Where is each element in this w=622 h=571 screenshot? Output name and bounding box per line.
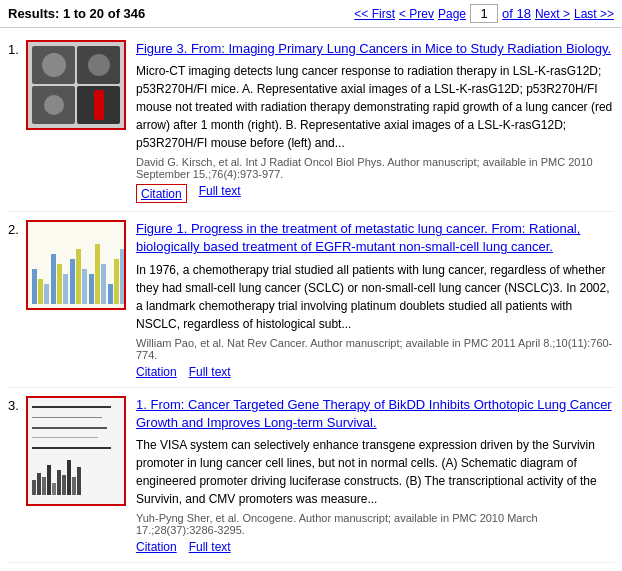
result-links-3: Citation Full text — [136, 540, 614, 554]
result-content-3: 1. From: Cancer Targeted Gene Therapy of… — [136, 396, 614, 554]
citation-link-1[interactable]: Citation — [141, 187, 182, 201]
result-title-3[interactable]: 1. From: Cancer Targeted Gene Therapy of… — [136, 396, 614, 432]
top-bar: Results: 1 to 20 of 346 << First < Prev … — [0, 0, 622, 28]
result-authors-3: Yuh-Pyng Sher, et al. Oncogene. Author m… — [136, 512, 614, 536]
result-title-2[interactable]: Figure 1. Progress in the treatment of m… — [136, 220, 614, 256]
results-count: Results: 1 to 20 of 346 — [8, 6, 145, 21]
result-links-2: Citation Full text — [136, 365, 614, 379]
result-authors-1: David G. Kirsch, et al. Int J Radiat Onc… — [136, 156, 614, 180]
page-label: Page — [438, 7, 466, 21]
first-page-link[interactable]: << First — [354, 7, 395, 21]
result-number-2: 2. — [8, 220, 26, 237]
next-page-link[interactable]: Next > — [535, 7, 570, 21]
fulltext-link-3[interactable]: Full text — [189, 540, 231, 554]
fulltext-link-1[interactable]: Full text — [199, 184, 241, 203]
result-thumb-1 — [26, 40, 126, 130]
result-abstract-3: The VISA system can selectively enhance … — [136, 436, 614, 508]
result-number-1: 1. — [8, 40, 26, 57]
pagination: << First < Prev Page of 18 Next > Last >… — [354, 4, 614, 23]
result-links-1: Citation Full text — [136, 184, 614, 203]
result-thumb-3 — [26, 396, 126, 506]
citation-link-2[interactable]: Citation — [136, 365, 177, 379]
citation-link-3[interactable]: Citation — [136, 540, 177, 554]
result-thumb-2 — [26, 220, 126, 310]
page-input[interactable] — [470, 4, 498, 23]
result-content-2: Figure 1. Progress in the treatment of m… — [136, 220, 614, 378]
results-list: 1. Figure 3. From: Imaging Primary Lung … — [0, 28, 622, 567]
result-title-1[interactable]: Figure 3. From: Imaging Primary Lung Can… — [136, 40, 614, 58]
result-item-3: 3. — [8, 388, 614, 563]
fulltext-link-2[interactable]: Full text — [189, 365, 231, 379]
result-item-1: 1. Figure 3. From: Imaging Primary Lung … — [8, 32, 614, 212]
result-number-3: 3. — [8, 396, 26, 413]
last-page-link[interactable]: Last >> — [574, 7, 614, 21]
of-pages: of 18 — [502, 6, 531, 21]
result-item-2: 2. — [8, 212, 614, 387]
prev-page-link[interactable]: < Prev — [399, 7, 434, 21]
result-abstract-1: Micro-CT imaging detects lung cancer res… — [136, 62, 614, 152]
result-abstract-2: In 1976, a chemotherapy trial studied al… — [136, 261, 614, 333]
result-content-1: Figure 3. From: Imaging Primary Lung Can… — [136, 40, 614, 203]
result-authors-2: William Pao, et al. Nat Rev Cancer. Auth… — [136, 337, 614, 361]
